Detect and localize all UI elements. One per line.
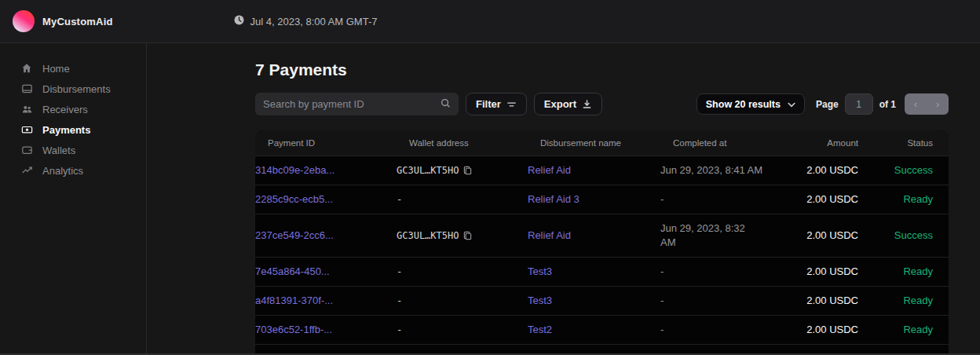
pagination-buttons: ‹ › — [905, 93, 949, 115]
sidebar-item-analytics[interactable]: Analytics — [0, 160, 146, 181]
disbursement-link[interactable]: Relief Aid — [528, 164, 571, 176]
disbursement-link[interactable]: Test3 — [528, 265, 552, 277]
export-button-label: Export — [544, 98, 576, 110]
column-header-completed-at: Completed at — [673, 136, 799, 150]
completed-at: - — [660, 323, 786, 337]
search-icon — [441, 97, 451, 112]
sidebar-item-receivers[interactable]: Receivers — [0, 99, 146, 119]
page-total-label: of 1 — [879, 99, 896, 110]
payment-id-link[interactable]: 237ce549-2cc6... — [255, 229, 334, 241]
sidebar: Home Disbursements Receivers Payments Wa… — [0, 43, 147, 355]
disbursement-link[interactable]: Relief Aid 3 — [528, 193, 580, 205]
wallet-address: GC3UL…KT5HO — [397, 163, 459, 178]
results-per-page-value: Show 20 results — [706, 99, 781, 110]
table-header-row: Payment ID Wallet address Disbursement n… — [255, 130, 949, 156]
wallet-address: - — [397, 265, 402, 279]
status-badge: Success — [858, 163, 949, 178]
filter-button-label: Filter — [476, 98, 501, 110]
payments-icon — [21, 123, 34, 136]
download-icon — [582, 99, 592, 109]
amount: 2.00 USDC — [786, 192, 858, 207]
disbursement-link[interactable]: Relief Aid — [528, 229, 571, 241]
search-box — [255, 93, 459, 115]
chevron-right-icon: › — [936, 99, 939, 110]
status-badge: Success — [858, 229, 949, 243]
sidebar-item-label: Wallets — [42, 145, 75, 156]
sidebar-item-wallets[interactable]: Wallets — [0, 140, 146, 160]
sidebar-item-label: Home — [42, 63, 70, 75]
top-bar: MyCustomAid Jul 4, 2023, 8:00 AM GMT-7 — [0, 0, 980, 43]
completed-at: - — [660, 192, 786, 207]
brand-name: MyCustomAid — [42, 16, 113, 27]
prev-page-button[interactable]: ‹ — [905, 93, 927, 115]
table-row: a4f81391-370f-... - Test3 - 2.00 USDC Re… — [255, 287, 949, 316]
filter-button[interactable]: Filter — [466, 93, 527, 115]
sidebar-item-payments[interactable]: Payments — [0, 119, 146, 140]
table-row: 703e6c52-1ffb-... - Test2 - 2.00 USDC Re… — [255, 316, 949, 345]
datetime-text: Jul 4, 2023, 8:00 AM GMT-7 — [250, 16, 378, 27]
column-header-status: Status — [858, 136, 949, 150]
analytics-icon — [21, 164, 34, 177]
results-per-page-select[interactable]: Show 20 results — [697, 93, 805, 115]
wallet-address: - — [397, 192, 402, 207]
payment-id-link[interactable]: 703e6c52-1ffb-... — [255, 324, 332, 335]
sidebar-item-label: Payments — [42, 124, 90, 136]
completed-at: - — [660, 265, 786, 279]
disbursement-link[interactable]: Test2 — [528, 324, 552, 335]
wallets-icon — [21, 144, 34, 156]
status-badge: Ready — [858, 323, 949, 337]
sidebar-item-label: Receivers — [42, 104, 88, 115]
copy-icon[interactable] — [463, 166, 472, 175]
table-row: 7e45a864-450... - Test3 - 2.00 USDC Read… — [255, 258, 949, 287]
export-button[interactable]: Export — [534, 93, 602, 115]
disbursements-icon — [21, 82, 34, 95]
completed-at: - — [660, 294, 786, 308]
column-header-amount: Amount — [799, 136, 858, 150]
sidebar-item-home[interactable]: Home — [0, 58, 146, 79]
controls-row: Filter Export Show 20 results Page o — [255, 93, 949, 115]
payment-id-link[interactable]: 7e45a864-450... — [255, 265, 330, 277]
amount: 2.00 USDC — [786, 163, 858, 178]
table-row: 237ce549-2cc6... GC3UL…KT5HO Relief Aid … — [255, 214, 949, 258]
wallet-address: - — [397, 294, 402, 308]
home-icon — [21, 62, 34, 75]
wallet-address: GC3UL…KT5HO — [397, 229, 459, 243]
sidebar-item-disbursements[interactable]: Disbursements — [0, 79, 146, 99]
search-input[interactable] — [263, 98, 441, 110]
column-header-payment-id: Payment ID — [268, 136, 409, 150]
completed-at: Jun 29, 2023, 8:41 AM — [660, 163, 786, 178]
amount: 2.00 USDC — [786, 229, 858, 243]
page-number-input[interactable] — [845, 93, 873, 115]
sidebar-item-label: Disbursements — [42, 83, 111, 95]
chevron-left-icon: ‹ — [914, 99, 917, 110]
sidebar-item-label: Analytics — [42, 165, 83, 177]
chevron-down-icon — [788, 99, 795, 110]
status-badge: Ready — [858, 294, 949, 308]
status-badge: Ready — [858, 192, 949, 207]
column-header-disbursement-name: Disbursement name — [540, 136, 673, 150]
table-row: 314bc09e-2eba... GC3UL…KT5HO Relief Aid … — [255, 156, 949, 185]
app-logo — [13, 10, 35, 32]
completed-at: Jun 29, 2023, 8:32 AM — [660, 221, 747, 250]
next-page-button[interactable]: › — [927, 93, 949, 115]
amount: 2.00 USDC — [786, 323, 858, 337]
table-row: 2285c9cc-ecb5... - Relief Aid 3 - 2.00 U… — [255, 185, 949, 214]
main-content: 7 Payments Filter Export — [147, 43, 980, 355]
page-title: 7 Payments — [255, 60, 949, 79]
wallet-address: - — [397, 323, 402, 337]
clock-icon — [234, 15, 244, 27]
amount: 2.00 USDC — [786, 265, 858, 279]
payment-id-link[interactable]: 314bc09e-2eba... — [255, 164, 335, 176]
amount: 2.00 USDC — [786, 294, 858, 308]
status-badge: Ready — [858, 265, 949, 279]
current-datetime: Jul 4, 2023, 8:00 AM GMT-7 — [234, 15, 378, 27]
column-header-wallet-address: Wallet address — [409, 136, 540, 150]
payment-id-link[interactable]: a4f81391-370f-... — [255, 295, 333, 306]
disbursement-link[interactable]: Test3 — [528, 295, 552, 306]
page-label: Page — [816, 99, 839, 110]
payment-id-link[interactable]: 2285c9cc-ecb5... — [255, 193, 333, 205]
receivers-icon — [21, 103, 34, 115]
copy-icon[interactable] — [463, 231, 472, 240]
payments-table: Payment ID Wallet address Disbursement n… — [255, 130, 949, 354]
filter-icon — [506, 100, 517, 109]
